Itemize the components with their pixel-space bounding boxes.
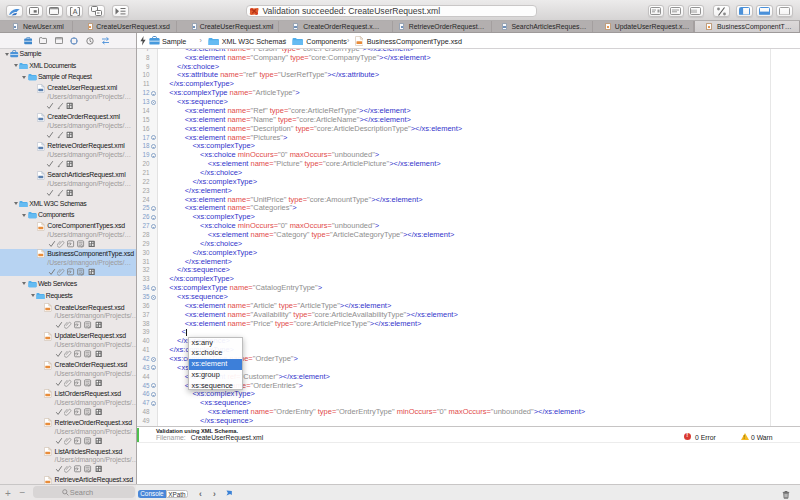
svg-text:A: A [72,8,77,15]
